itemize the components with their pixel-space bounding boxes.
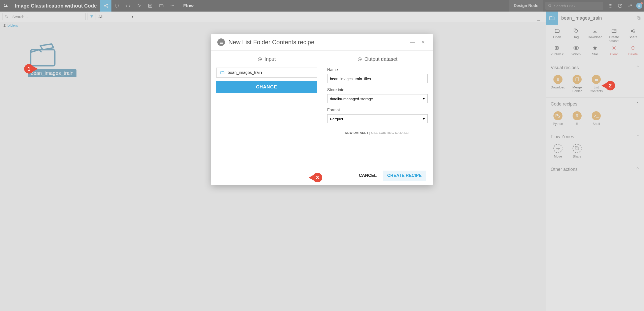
name-field: Name — [327, 68, 428, 83]
output-icon — [357, 57, 362, 62]
new-dataset-tab[interactable]: NEW DATASET — [345, 131, 368, 135]
close-icon[interactable]: ✕ — [420, 39, 427, 45]
change-button[interactable]: CHANGE — [216, 81, 317, 93]
output-column: Output dataset Name Store into dataiku-m… — [322, 51, 433, 166]
annotation-3: 3 — [309, 173, 322, 182]
use-existing-tab[interactable]: USE EXISTING DATASET — [371, 131, 410, 135]
annotation-2: 2 — [601, 81, 615, 90]
cancel-button[interactable]: CANCEL — [359, 173, 377, 178]
input-folder-box[interactable]: bean_images_train — [216, 68, 317, 78]
create-recipe-button[interactable]: CREATE RECIPE — [383, 171, 426, 181]
modal-title: New List Folder Contents recipe — [228, 39, 406, 46]
input-folder-name: bean_images_train — [228, 70, 262, 75]
input-icon — [258, 57, 262, 62]
store-label: Store into — [327, 88, 428, 92]
name-input[interactable] — [327, 74, 428, 83]
folder-icon — [220, 70, 225, 75]
annotation-1: 1 — [24, 64, 38, 74]
modal-header: ☰ New List Folder Contents recipe — ✕ — [211, 34, 433, 50]
format-select[interactable]: Parquet▾ — [327, 114, 428, 123]
output-heading: Output dataset — [327, 51, 428, 68]
format-label: Format — [327, 108, 428, 112]
input-column: Input bean_images_train CHANGE — [211, 51, 322, 166]
list-icon: ☰ — [217, 38, 225, 46]
store-field: Store into dataiku-managed-storage▾ — [327, 88, 428, 103]
format-field: Format Parquet▾ — [327, 108, 428, 123]
input-heading: Input — [216, 51, 317, 68]
new-recipe-modal: ☰ New List Folder Contents recipe — ✕ In… — [211, 34, 433, 185]
chevron-down-icon: ▾ — [423, 117, 425, 121]
chevron-down-icon: ▾ — [423, 96, 425, 101]
store-select[interactable]: dataiku-managed-storage▾ — [327, 94, 428, 103]
minimize-icon[interactable]: — — [409, 40, 416, 45]
dataset-toggle: NEW DATASET | USE EXISTING DATASET — [327, 131, 428, 135]
name-label: Name — [327, 68, 428, 72]
